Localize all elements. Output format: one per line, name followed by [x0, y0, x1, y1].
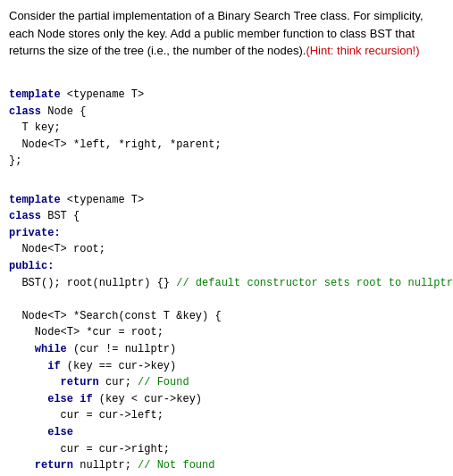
description: Consider the partial implementation of a…	[9, 7, 444, 60]
code-area: template <typename T> class Node { T key…	[9, 71, 444, 477]
hint-text: (Hint: think recursion!)	[306, 44, 419, 57]
